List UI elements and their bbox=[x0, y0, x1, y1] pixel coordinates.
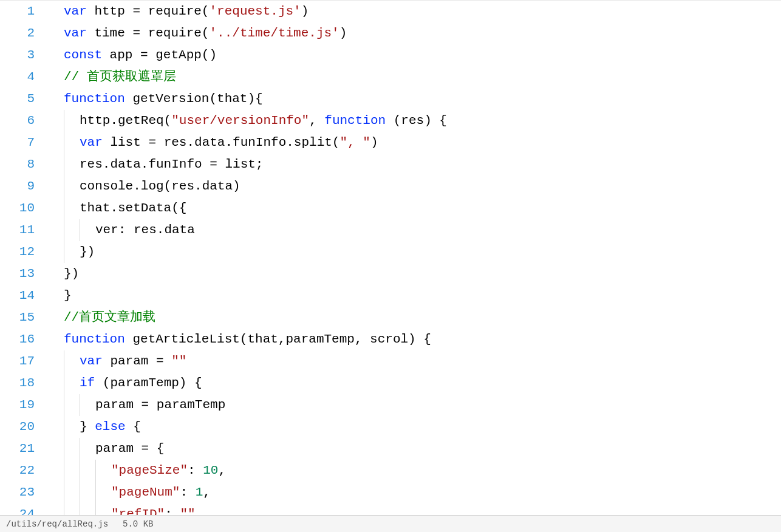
code-token: app = getApp() bbox=[102, 48, 217, 62]
indent-guide bbox=[64, 438, 64, 460]
code-line[interactable]: //首页文章加载 bbox=[46, 307, 781, 329]
code-token: "pageNum" bbox=[111, 485, 180, 499]
code-line[interactable]: function getVersion(that){ bbox=[46, 88, 781, 110]
code-token: "pageSize" bbox=[111, 463, 188, 477]
code-token: "refID" bbox=[111, 507, 165, 515]
line-number: 18 bbox=[0, 372, 35, 394]
indent-guide bbox=[64, 482, 64, 503]
code-token: ) bbox=[301, 4, 309, 18]
code-line[interactable]: "pageNum": 1, bbox=[46, 482, 781, 503]
code-token: list = res.data.funInfo.split( bbox=[103, 135, 340, 149]
code-token: 10 bbox=[203, 463, 218, 477]
code-token: : bbox=[188, 463, 203, 477]
status-file-path: /utils/req/allReq.js bbox=[6, 519, 108, 529]
indent-guide bbox=[64, 394, 64, 416]
indent-guide bbox=[64, 154, 64, 176]
code-token: ) bbox=[370, 135, 378, 149]
line-number: 24 bbox=[0, 503, 35, 515]
code-token: param = bbox=[103, 354, 171, 368]
code-token: else bbox=[95, 420, 125, 434]
line-number: 21 bbox=[0, 438, 35, 460]
code-line[interactable]: const app = getApp() bbox=[46, 44, 781, 66]
code-token: //首页文章加载 bbox=[64, 310, 155, 324]
line-number: 1 bbox=[0, 1, 35, 22]
code-token: time = bbox=[87, 26, 148, 40]
code-line[interactable]: param = { bbox=[46, 438, 781, 460]
code-token: 'request.js' bbox=[209, 4, 301, 18]
code-token: require bbox=[148, 26, 202, 40]
code-token: ) bbox=[339, 26, 347, 40]
code-line[interactable]: param = paramTemp bbox=[46, 394, 781, 416]
line-number: 8 bbox=[0, 154, 35, 176]
line-number: 10 bbox=[0, 197, 35, 219]
code-line[interactable]: } bbox=[46, 285, 781, 307]
code-token: ( bbox=[202, 4, 210, 18]
code-token: : bbox=[180, 485, 195, 499]
line-number: 11 bbox=[0, 219, 35, 241]
code-line[interactable]: var time = require('../time/time.js') bbox=[46, 22, 781, 44]
code-line[interactable]: var param = "" bbox=[46, 350, 781, 372]
code-token: var bbox=[80, 135, 103, 149]
code-line[interactable]: if (paramTemp) { bbox=[46, 372, 781, 394]
status-bar: /utils/req/allReq.js 5.0 KB bbox=[0, 515, 781, 532]
code-editor[interactable]: 123456789101112131415161718192021222324 … bbox=[0, 0, 781, 515]
indent-guide bbox=[80, 460, 80, 482]
code-line[interactable]: }) bbox=[46, 263, 781, 285]
code-token: ( bbox=[202, 26, 210, 40]
code-line[interactable]: res.data.funInfo = list; bbox=[46, 154, 781, 176]
code-token: ", " bbox=[339, 135, 370, 149]
code-line[interactable]: ver: res.data bbox=[46, 219, 781, 241]
code-token: , bbox=[203, 485, 211, 499]
indent-guide bbox=[64, 460, 64, 482]
line-number: 15 bbox=[0, 307, 35, 329]
indent-guide bbox=[80, 438, 80, 460]
code-line[interactable]: "refID": "", bbox=[46, 503, 781, 515]
indent-guide bbox=[80, 503, 80, 515]
code-line[interactable]: // 首页获取遮罩层 bbox=[46, 66, 781, 88]
code-line[interactable]: } else { bbox=[46, 416, 781, 438]
line-number-gutter: 123456789101112131415161718192021222324 bbox=[0, 1, 46, 515]
indent-guide bbox=[64, 132, 64, 154]
line-number: 2 bbox=[0, 22, 35, 44]
code-token: function bbox=[324, 114, 386, 128]
code-token: // 首页获取遮罩层 bbox=[64, 70, 176, 84]
code-line[interactable]: "pageSize": 10, bbox=[46, 460, 781, 482]
line-number: 4 bbox=[0, 66, 35, 88]
indent-guide bbox=[80, 482, 80, 503]
indent-guide bbox=[95, 503, 96, 515]
code-token: } bbox=[80, 420, 95, 434]
code-token: } bbox=[64, 288, 72, 302]
code-line[interactable]: var http = require('request.js') bbox=[46, 1, 781, 22]
line-number: 6 bbox=[0, 110, 35, 132]
line-number: 14 bbox=[0, 285, 35, 307]
code-token: "user/versionInfo" bbox=[171, 114, 309, 128]
code-token: (paramTemp) { bbox=[95, 376, 202, 390]
line-number: 12 bbox=[0, 241, 35, 263]
code-line[interactable]: http.getReq("user/versionInfo", function… bbox=[46, 110, 781, 132]
code-line[interactable]: function getArticleList(that,paramTemp, … bbox=[46, 329, 781, 350]
code-area[interactable]: var http = require('request.js')var time… bbox=[46, 1, 781, 515]
line-number: 20 bbox=[0, 416, 35, 438]
indent-guide bbox=[64, 416, 64, 438]
code-token: console.log(res.data) bbox=[80, 179, 240, 193]
line-number: 5 bbox=[0, 88, 35, 110]
code-token: var bbox=[80, 354, 103, 368]
code-line[interactable]: that.setData({ bbox=[46, 197, 781, 219]
code-token: }) bbox=[64, 267, 79, 281]
code-token: getVersion(that){ bbox=[125, 92, 263, 106]
code-token: ver: res.data bbox=[95, 223, 195, 237]
code-token: var bbox=[64, 26, 87, 40]
line-number: 23 bbox=[0, 482, 35, 503]
line-number: 17 bbox=[0, 350, 35, 372]
code-token: , bbox=[309, 114, 324, 128]
code-token: (res) { bbox=[386, 114, 447, 128]
code-token: const bbox=[64, 48, 102, 62]
code-token: }) bbox=[80, 245, 95, 259]
line-number: 7 bbox=[0, 132, 35, 154]
code-line[interactable]: console.log(res.data) bbox=[46, 176, 781, 197]
code-token: function bbox=[64, 332, 125, 346]
code-line[interactable]: var list = res.data.funInfo.split(", ") bbox=[46, 132, 781, 154]
line-number: 22 bbox=[0, 460, 35, 482]
code-line[interactable]: }) bbox=[46, 241, 781, 263]
indent-guide bbox=[64, 110, 64, 132]
